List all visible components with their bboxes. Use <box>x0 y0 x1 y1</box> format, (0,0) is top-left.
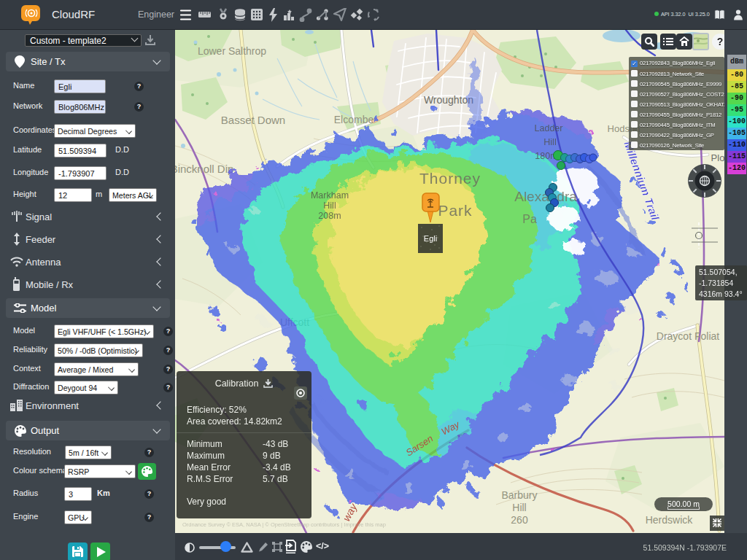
svg-text:Ordnance Survey © ESA, NASA |: Ordnance Survey © ESA, NASA | © OpenStre… <box>182 521 386 528</box>
svg-text:Barbury: Barbury <box>501 489 537 501</box>
svg-text:Thorney: Thorney <box>419 170 481 187</box>
svg-text:Pa: Pa <box>522 213 537 225</box>
svg-text:Elcombe: Elcombe <box>334 114 374 125</box>
svg-text:260: 260 <box>511 514 528 526</box>
svg-text:Draycot Foliat: Draycot Foliat <box>657 330 719 342</box>
svg-text:208m: 208m <box>318 211 341 221</box>
svg-text:Bincknoll Dip: Bincknoll Dip <box>175 163 233 175</box>
svg-text:Hill: Hill <box>323 201 336 211</box>
svg-text:Egli: Egli <box>424 234 437 243</box>
svg-text:Basset Down: Basset Down <box>221 114 285 126</box>
svg-text:Wroughton: Wroughton <box>424 94 473 106</box>
svg-text:Hill: Hill <box>512 502 526 513</box>
svg-text:Ladder: Ladder <box>535 123 563 133</box>
svg-text:Park: Park <box>438 202 472 219</box>
svg-text:Markham: Markham <box>311 190 349 201</box>
svg-text:Herdswick: Herdswick <box>646 514 694 526</box>
svg-text:Lower Salthrop: Lower Salthrop <box>198 45 266 57</box>
svg-text:Hill: Hill <box>543 137 556 147</box>
